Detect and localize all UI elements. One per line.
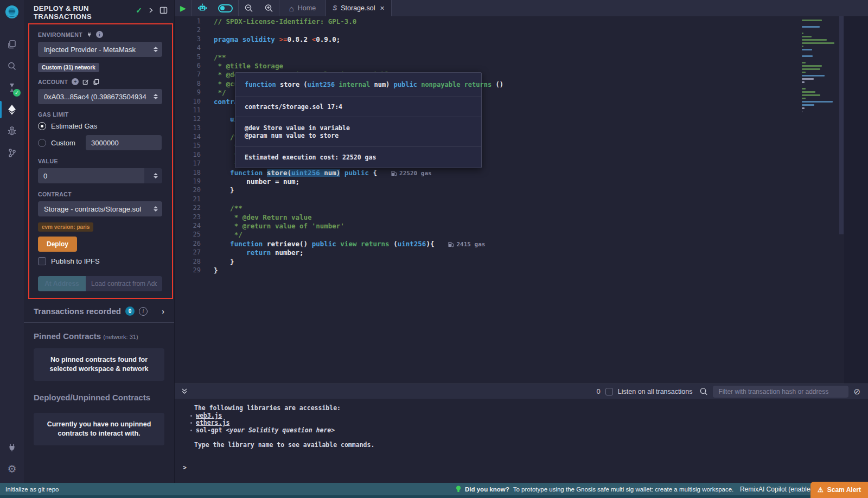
line-number[interactable]: 29 — [175, 266, 203, 275]
line-number[interactable]: 14 — [175, 133, 203, 142]
line-number[interactable]: 23 — [175, 213, 203, 222]
line-number[interactable]: 26 — [175, 240, 203, 248]
line-number[interactable]: 20 — [175, 186, 203, 195]
minimap[interactable] — [802, 20, 837, 114]
editor-scrollbar[interactable] — [839, 16, 844, 384]
code-line[interactable]: // SPDX-License-Identifier: GPL-3.0 — [214, 17, 803, 26]
code-line[interactable]: /** — [214, 53, 803, 62]
listen-all-transactions-checkbox[interactable] — [605, 388, 613, 395]
zoom-in-button[interactable] — [259, 0, 279, 16]
contract-select[interactable]: Storage - contracts/Storage.sol — [38, 201, 162, 216]
line-number[interactable]: 21 — [175, 195, 203, 204]
custom-gas-radio[interactable] — [38, 139, 46, 147]
line-number[interactable]: 25 — [175, 231, 203, 239]
deploy-button[interactable]: Deploy — [38, 237, 77, 252]
terminal-output[interactable]: The following libraries are accessible: … — [175, 399, 868, 483]
code-line[interactable]: } — [214, 186, 803, 195]
close-tab-icon[interactable]: × — [380, 4, 384, 12]
code-line[interactable]: function retrieve() public view returns … — [214, 240, 803, 248]
line-number[interactable]: 1 — [175, 17, 203, 26]
line-number[interactable]: 6 — [175, 62, 203, 71]
tab-home[interactable]: ⌂ Home — [279, 0, 326, 16]
sidebar-item-plugin-manager[interactable] — [0, 436, 24, 458]
code-line[interactable] — [214, 195, 803, 204]
code-line[interactable]: number = num; — [214, 177, 803, 186]
at-address-input[interactable] — [86, 276, 162, 291]
code-line[interactable]: } — [214, 258, 803, 266]
line-number[interactable]: 10 — [175, 98, 203, 106]
terminal-collapse-icon[interactable] — [181, 388, 188, 394]
copy-account-icon[interactable] — [93, 79, 99, 85]
create-account-icon[interactable]: + — [72, 78, 79, 85]
terminal-prompt[interactable]: > — [183, 464, 868, 472]
code-editor[interactable]: 1234567891011121314151617181920212223242… — [175, 16, 868, 384]
line-number[interactable]: 16 — [175, 151, 203, 159]
sidebar-item-search[interactable] — [0, 55, 24, 77]
code-line[interactable]: return number; — [214, 248, 803, 257]
sidebar-item-file-explorer[interactable] — [0, 34, 24, 55]
transactions-info-icon[interactable]: i — [139, 307, 148, 316]
sidebar-item-debugger[interactable] — [0, 120, 24, 142]
tab-storage-sol[interactable]: S Storage.sol × — [326, 0, 391, 16]
ai-copilot-button[interactable] — [192, 0, 213, 16]
account-select[interactable]: 0xA03...85ac4 (0.398673504934 — [38, 89, 162, 104]
line-number[interactable]: 2 — [175, 26, 203, 35]
estimated-gas-radio[interactable] — [38, 122, 46, 130]
zoom-out-button[interactable] — [239, 0, 259, 16]
sidebar-item-deploy-run[interactable] — [0, 99, 24, 120]
line-number[interactable]: 12 — [175, 115, 203, 124]
ethers-link[interactable]: ethers.js — [196, 419, 229, 427]
at-address-button[interactable]: At Address — [38, 276, 86, 291]
sidebar-item-settings[interactable]: ⚙ — [0, 458, 24, 480]
scam-alert-button[interactable]: ⚠ Scam Alert — [810, 482, 868, 498]
code-line[interactable]: * @return value of 'number' — [214, 222, 803, 231]
environment-plug-icon[interactable] — [86, 31, 92, 37]
value-input[interactable] — [38, 168, 144, 183]
value-unit-select[interactable]: Wei — [144, 168, 162, 183]
code-line[interactable]: /** — [214, 204, 803, 213]
custom-gas-input[interactable] — [86, 135, 162, 150]
code-line[interactable] — [214, 44, 803, 53]
line-number[interactable]: 3 — [175, 35, 203, 44]
line-number[interactable]: 18 — [175, 169, 203, 177]
line-number[interactable]: 4 — [175, 44, 203, 53]
code-line[interactable]: * @title Storage — [214, 62, 803, 71]
code-line[interactable]: */ — [214, 231, 803, 239]
code-line[interactable]: function store(uint256 num) public {2252… — [214, 169, 803, 177]
line-number[interactable]: 7 — [175, 71, 203, 79]
code-line[interactable]: pragma solidity >=0.8.2 <0.9.0; — [214, 35, 803, 44]
line-number[interactable]: 24 — [175, 222, 203, 231]
line-number[interactable]: 28 — [175, 258, 203, 266]
init-git-repo-button[interactable]: Initialize as git repo — [5, 486, 59, 493]
scrollbar-thumb[interactable] — [839, 16, 844, 234]
line-number[interactable]: 17 — [175, 159, 203, 168]
transaction-filter-input[interactable] — [713, 386, 848, 398]
line-number[interactable]: 13 — [175, 124, 203, 133]
panel-expand-chevron-icon[interactable] — [148, 7, 154, 14]
copilot-toggle[interactable] — [213, 0, 238, 16]
code-line[interactable]: } — [214, 266, 803, 275]
remix-logo[interactable] — [0, 0, 24, 25]
web3-link[interactable]: web3.js — [196, 412, 222, 420]
line-number[interactable]: 27 — [175, 248, 203, 257]
environment-select[interactable]: Injected Provider - MetaMask — [38, 42, 162, 57]
transactions-expand-chevron[interactable]: › — [162, 307, 164, 316]
line-number[interactable]: 19 — [175, 177, 203, 186]
sidebar-item-solidity-compiler[interactable]: ✓ — [0, 77, 24, 99]
code-line[interactable]: * @dev Return value — [214, 213, 803, 222]
line-number[interactable]: 8 — [175, 80, 203, 88]
copilot-status[interactable]: RemixAI Copilot (enabled) — [740, 486, 816, 493]
line-number[interactable]: 5 — [175, 53, 203, 62]
publish-ipfs-checkbox[interactable] — [38, 257, 46, 265]
code-line[interactable] — [214, 26, 803, 35]
run-script-button[interactable]: ▶ — [175, 0, 192, 16]
line-number[interactable]: 15 — [175, 142, 203, 150]
line-number[interactable]: 22 — [175, 204, 203, 213]
clear-console-icon[interactable]: ⊘ — [853, 387, 860, 397]
environment-info-icon[interactable]: i — [96, 31, 103, 38]
sidebar-item-git[interactable] — [0, 142, 24, 164]
edit-account-icon[interactable] — [82, 79, 89, 85]
line-number[interactable]: 9 — [175, 88, 203, 97]
line-number[interactable]: 11 — [175, 106, 203, 115]
panel-pin-layout-icon[interactable] — [159, 7, 168, 14]
